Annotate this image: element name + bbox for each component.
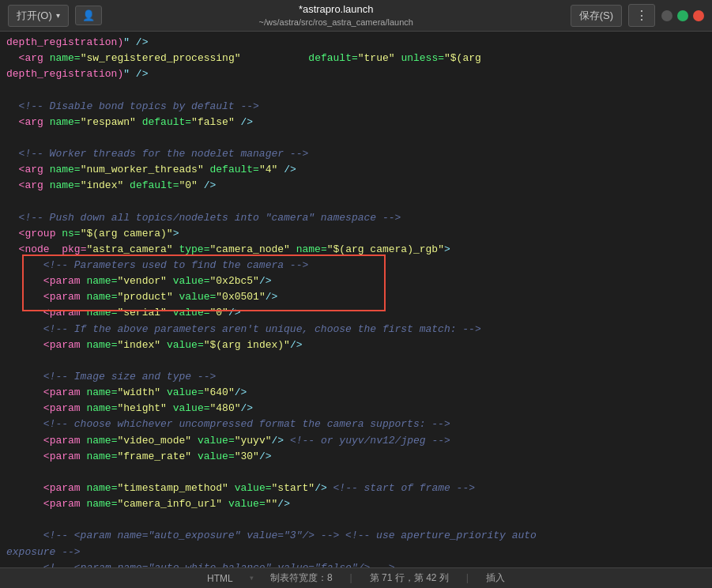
title-bar-right: 保存(S) ⋮ [571, 4, 704, 27]
file-title: *astrapro.launch [299, 3, 374, 17]
file-path: ~/ws/astra/src/ros_astra_camera/launch [259, 17, 413, 28]
title-bar-left: 打开(O) ▾ 👤 [8, 5, 102, 27]
save-button[interactable]: 保存(S) [571, 5, 622, 27]
more-options-button[interactable]: ⋮ [628, 4, 655, 27]
code-editor[interactable]: depth_registration)" /> <arg name="sw_re… [0, 32, 712, 567]
open-button[interactable]: 打开(O) ▾ [8, 5, 69, 27]
minimize-button[interactable] [661, 10, 672, 21]
cursor-position: 第 71 行，第 42 列 [370, 571, 449, 585]
format-indicator[interactable]: HTML [207, 573, 233, 584]
open-label: 打开(O) [17, 9, 52, 23]
maximize-button[interactable] [677, 10, 688, 21]
user-icon: 👤 [82, 9, 95, 21]
code-content: depth_registration)" /> <arg name="sw_re… [0, 32, 712, 567]
dropdown-arrow-icon: ▾ [56, 11, 60, 20]
close-button[interactable] [693, 10, 704, 21]
status-bar: HTML ▾ 制表符宽度：8 | 第 71 行，第 42 列 | 插入 [0, 567, 712, 588]
user-icon-button[interactable]: 👤 [75, 6, 102, 25]
edit-mode: 插入 [486, 571, 505, 585]
tab-width-indicator[interactable]: 制表符宽度：8 [270, 571, 333, 585]
title-bar-center: *astrapro.launch ~/ws/astra/src/ros_astr… [259, 3, 413, 28]
title-bar: 打开(O) ▾ 👤 *astrapro.launch ~/ws/astra/sr… [0, 0, 712, 32]
traffic-lights [661, 10, 704, 21]
